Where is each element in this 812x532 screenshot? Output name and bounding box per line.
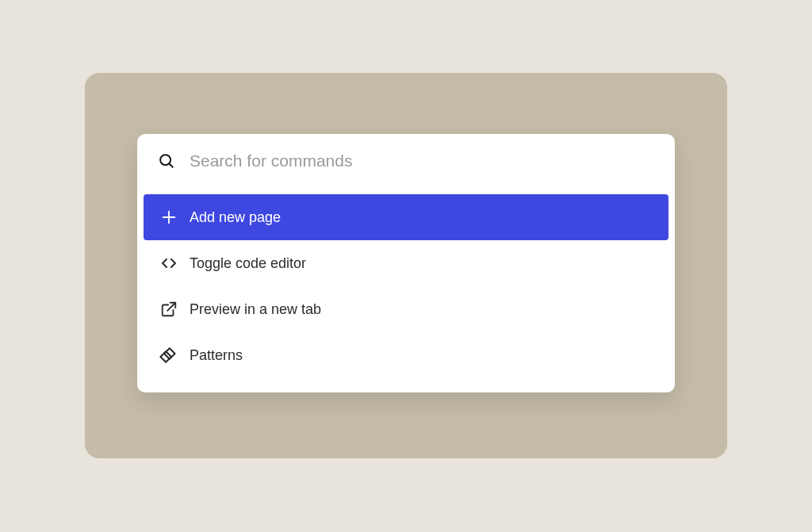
- command-toggle-code-editor[interactable]: Toggle code editor: [144, 240, 668, 286]
- code-icon: [159, 254, 178, 273]
- command-palette: Add new page Toggle code editor: [137, 134, 675, 392]
- svg-line-4: [167, 303, 175, 311]
- command-preview-new-tab[interactable]: Preview in a new tab: [144, 286, 668, 332]
- external-link-icon: [159, 300, 178, 319]
- search-input[interactable]: [190, 151, 654, 170]
- svg-line-1: [169, 163, 173, 167]
- svg-rect-5: [164, 348, 175, 359]
- command-list: Add new page Toggle code editor: [137, 188, 675, 392]
- command-patterns[interactable]: Patterns: [144, 332, 668, 378]
- svg-rect-6: [160, 351, 171, 362]
- command-label: Preview in a new tab: [190, 301, 321, 318]
- patterns-icon: [159, 346, 178, 365]
- background-card: Add new page Toggle code editor: [85, 73, 727, 458]
- command-label: Toggle code editor: [190, 255, 306, 272]
- command-add-new-page[interactable]: Add new page: [144, 194, 668, 240]
- search-row: [137, 134, 675, 188]
- plus-icon: [159, 208, 178, 227]
- command-label: Patterns: [190, 347, 243, 364]
- search-icon: [158, 152, 175, 170]
- command-label: Add new page: [190, 209, 281, 226]
